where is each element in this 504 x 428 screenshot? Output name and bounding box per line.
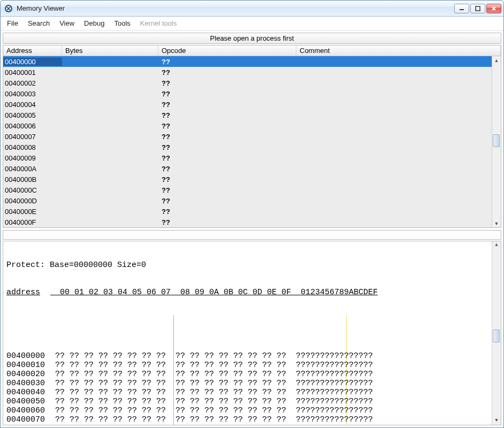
cell-opcode: ?? [158,143,296,151]
cell-opcode: ?? [158,165,296,173]
scroll-thumb[interactable] [493,134,500,147]
disasm-row[interactable]: 0040000D?? [3,195,501,206]
hex-scrollbar[interactable]: ▲ ▼ [492,241,501,425]
hex-address: 00400040 [6,388,50,397]
hex-row[interactable]: 00400070 ?? ?? ?? ?? ?? ?? ?? ?? ?? ?? ?… [6,415,498,424]
hex-row[interactable]: 00400050 ?? ?? ?? ?? ?? ?? ?? ?? ?? ?? ?… [6,397,498,406]
hex-row[interactable]: 00400060 ?? ?? ?? ?? ?? ?? ?? ?? ?? ?? ?… [6,406,498,415]
scroll-up-icon[interactable]: ▲ [493,56,501,64]
hex-address: 00400070 [6,415,50,424]
open-process-banner[interactable]: Please open a process first [3,33,501,44]
disasm-row[interactable]: 00400008?? [3,142,501,152]
disasm-row[interactable]: 0040000C?? [3,185,501,195]
window-title: Memory Viewer [17,4,65,12]
hex-bytes-ascii: ?? ?? ?? ?? ?? ?? ?? ?? ?? ?? ?? ?? ?? ?… [50,379,373,388]
hex-row[interactable]: 00400040 ?? ?? ?? ?? ?? ?? ?? ?? ?? ?? ?… [6,388,498,397]
hex-row[interactable]: 00400030 ?? ?? ?? ?? ?? ?? ?? ?? ?? ?? ?… [6,379,498,388]
disasm-rows[interactable]: 00400000??00400001??00400002??00400003??… [3,56,501,227]
scroll-down-icon[interactable]: ▼ [493,219,501,227]
cell-opcode: ?? [158,111,296,119]
disassembler-pane: Address Bytes Opcode Comment 00400000??0… [3,45,501,228]
hex-bytes-ascii: ?? ?? ?? ?? ?? ?? ?? ?? ?? ?? ?? ?? ?? ?… [50,424,373,425]
cell-address: 00400009 [3,154,62,162]
disasm-row[interactable]: 00400009?? [3,152,501,163]
menu-tools[interactable]: Tools [110,18,134,29]
disasm-row[interactable]: 00400001?? [3,67,501,78]
cell-address: 0040000B [3,175,62,184]
scroll-thumb[interactable] [493,330,500,342]
hex-bytes-ascii: ?? ?? ?? ?? ?? ?? ?? ?? ?? ?? ?? ?? ?? ?… [50,415,373,424]
cell-address: 00400003 [3,90,62,98]
header-bytes[interactable]: Bytes [62,45,158,56]
disasm-row[interactable]: 00400002?? [3,78,501,88]
hex-address: 00400000 [6,351,50,361]
cell-opcode: ?? [158,122,296,130]
hex-address: 00400010 [6,361,50,370]
cell-address: 00400001 [3,68,62,77]
maximize-button[interactable] [470,4,485,13]
cell-opcode: ?? [158,186,296,194]
menu-kernel-tools: Kernel tools [136,18,181,29]
hex-row[interactable]: 00400020 ?? ?? ?? ?? ?? ?? ?? ?? ?? ?? ?… [6,370,498,379]
hex-rows[interactable]: 00400000 ?? ?? ?? ?? ?? ?? ?? ?? ?? ?? ?… [6,315,498,425]
cell-address: 0040000F [3,218,62,226]
hex-bytes-ascii: ?? ?? ?? ?? ?? ?? ?? ?? ?? ?? ?? ?? ?? ?… [50,397,373,406]
cell-address: 00400007 [3,133,62,141]
disasm-row[interactable]: 00400000?? [3,56,501,67]
hex-bytes-ascii: ?? ?? ?? ?? ?? ?? ?? ?? ?? ?? ?? ?? ?? ?… [50,406,373,415]
disasm-row[interactable]: 00400007?? [3,131,501,142]
hex-address: 00400030 [6,379,50,388]
hex-row[interactable]: 00400010 ?? ?? ?? ?? ?? ?? ?? ?? ?? ?? ?… [6,361,498,370]
hex-header-address: address [6,288,50,297]
cell-address: 00400006 [3,122,62,130]
minimize-button[interactable] [454,4,469,13]
cell-opcode: ?? [158,58,296,66]
header-address[interactable]: Address [3,45,62,56]
disasm-row[interactable]: 0040000A?? [3,163,501,174]
disasm-row[interactable]: 00400003?? [3,88,501,99]
cell-opcode: ?? [158,101,296,109]
cell-opcode: ?? [158,90,296,98]
disasm-row[interactable]: 0040000B?? [3,174,501,185]
hex-pane[interactable]: Protect: Base=00000000 Size=0 address 00… [3,241,501,425]
hex-row[interactable]: 00400080 ?? ?? ?? ?? ?? ?? ?? ?? ?? ?? ?… [6,424,498,425]
titlebar[interactable]: Memory Viewer [1,1,503,17]
cell-address: 00400005 [3,111,62,119]
header-opcode[interactable]: Opcode [158,45,296,56]
disasm-column-headers[interactable]: Address Bytes Opcode Comment [3,45,501,56]
disasm-row[interactable]: 00400005?? [3,110,501,120]
scroll-down-icon[interactable]: ▼ [493,417,501,425]
cell-address: 00400008 [3,143,62,151]
menubar: FileSearchViewDebugToolsKernel tools [1,17,503,30]
menu-file[interactable]: File [3,18,22,29]
scroll-up-icon[interactable]: ▲ [493,241,501,249]
cell-opcode: ?? [158,197,296,205]
hex-address: 00400020 [6,370,50,379]
memory-viewer-window: Memory Viewer FileSearchViewDebugToolsKe… [0,0,504,428]
cell-opcode: ?? [158,208,296,216]
disasm-row[interactable]: 00400004?? [3,99,501,110]
protect-info: Protect: Base=00000000 Size=0 [6,261,498,270]
hex-row[interactable]: 00400000 ?? ?? ?? ?? ?? ?? ?? ?? ?? ?? ?… [6,351,498,361]
cell-opcode: ?? [158,133,296,141]
cell-opcode: ?? [158,154,296,162]
cell-opcode: ?? [158,175,296,184]
cell-address: 00400004 [3,101,62,109]
cell-opcode: ?? [158,218,296,226]
menu-view[interactable]: View [55,18,79,29]
splitter[interactable] [3,230,501,240]
hex-address: 00400080 [6,424,50,425]
close-button[interactable] [486,4,501,13]
menu-debug[interactable]: Debug [80,18,109,29]
cell-address: 00400002 [3,79,62,87]
disasm-row[interactable]: 0040000F?? [3,217,501,227]
menu-search[interactable]: Search [24,18,54,29]
disasm-row[interactable]: 0040000E?? [3,206,501,217]
disasm-scrollbar[interactable]: ▲ ▼ [492,56,501,227]
header-comment[interactable]: Comment [296,45,501,56]
cell-address: 0040000E [3,208,62,216]
cell-address: 0040000C [3,186,62,194]
hex-bytes-ascii: ?? ?? ?? ?? ?? ?? ?? ?? ?? ?? ?? ?? ?? ?… [50,361,373,370]
disasm-row[interactable]: 00400006?? [3,120,501,131]
app-icon [4,4,13,13]
